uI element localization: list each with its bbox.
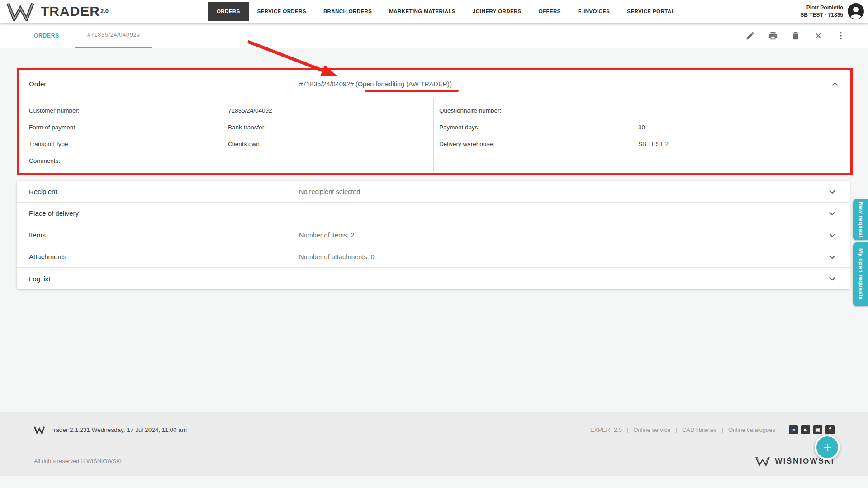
footer-link-online-catalogues[interactable]: Online catalogues xyxy=(717,426,775,433)
linkedin-icon[interactable]: in xyxy=(789,425,798,434)
tab-orders-list[interactable]: ORDERS xyxy=(18,23,75,48)
tab-order-71835-24-04092[interactable]: #71835/24/04092# xyxy=(75,23,152,48)
user-menu[interactable]: Piotr Pomietło SB TEST - 71835 xyxy=(800,0,864,23)
order-sections-accordion: Recipient No recipient selected Place of… xyxy=(17,181,850,289)
delete-button[interactable] xyxy=(790,30,801,41)
footer-link-expert[interactable]: EXPERT2.0 xyxy=(590,426,622,433)
order-fields: Customer number: 71835/24/04092 Form of … xyxy=(19,98,850,172)
more-button[interactable] xyxy=(835,30,846,41)
user-account: SB TEST - 71835 xyxy=(800,11,843,19)
app-header: TRADER2.0 ORDERS SERVICE ORDERS BRANCH O… xyxy=(0,0,868,23)
field-questionnaire-number: Questionnaire number: xyxy=(439,102,850,119)
nav-item-service-orders[interactable]: SERVICE ORDERS xyxy=(249,2,315,21)
field-label: Form of payment: xyxy=(29,124,228,131)
footer-link-online-service[interactable]: Online service xyxy=(622,426,671,433)
printer-icon xyxy=(768,31,778,41)
field-value: Bank transfer xyxy=(228,124,433,131)
section-place-of-delivery[interactable]: Place of delivery xyxy=(17,203,850,224)
wisniowski-logo-icon xyxy=(6,2,34,21)
wisniowski-mini-logo-icon xyxy=(34,426,45,434)
nav-item-marketing-materials[interactable]: MARKETING MATERIALS xyxy=(380,2,464,21)
facebook-icon[interactable]: f xyxy=(825,425,835,434)
print-button[interactable] xyxy=(768,30,778,41)
section-attachments[interactable]: Attachments Number of attachments: 0 xyxy=(17,246,850,268)
instagram-icon[interactable]: ▣ xyxy=(813,425,822,434)
field-delivery-warehouse: Delivery warehouse: SB TEST 2 xyxy=(439,136,850,152)
brand-logo[interactable]: TRADER2.0 xyxy=(6,1,109,22)
footer-social-icons: in ▶ ▣ f xyxy=(789,425,835,434)
chevron-down-icon xyxy=(827,208,838,219)
close-button[interactable] xyxy=(813,30,824,41)
document-tabs: ORDERS #71835/24/04092# xyxy=(18,23,152,48)
chevron-down-icon xyxy=(827,251,838,262)
section-subtitle: Number of items: 2 xyxy=(299,232,827,239)
edit-button[interactable] xyxy=(745,30,756,41)
chevron-up-icon xyxy=(830,79,840,90)
section-recipient[interactable]: Recipient No recipient selected xyxy=(17,181,850,203)
footer-top-row: Trader 2.1.231 Wednesday, 17 Jul 2024, 1… xyxy=(34,412,835,447)
section-title: Attachments xyxy=(29,253,299,261)
nav-item-orders[interactable]: ORDERS xyxy=(208,2,249,21)
copyright-text: All rights reserved © WIŚNIOWSKI xyxy=(34,458,122,464)
add-button[interactable] xyxy=(815,435,840,460)
close-icon xyxy=(813,31,823,41)
field-value: 71835/24/04092 xyxy=(228,107,433,114)
side-tab-my-open-requests[interactable]: My open requests xyxy=(853,242,868,306)
youtube-icon[interactable]: ▶ xyxy=(801,425,810,434)
field-customer-number: Customer number: 71835/24/04092 xyxy=(29,102,433,119)
app-title-version: 2.0 xyxy=(100,8,109,14)
order-fields-left: Customer number: 71835/24/04092 Form of … xyxy=(19,98,434,172)
nav-item-branch-orders[interactable]: BRANCH ORDERS xyxy=(315,2,380,21)
field-label: Comments: xyxy=(29,157,228,164)
field-value: SB TEST 2 xyxy=(638,141,850,147)
field-label: Transport type: xyxy=(29,141,228,147)
order-panel-title: Order xyxy=(29,80,299,88)
app-title-text: TRADER xyxy=(41,4,100,19)
trash-icon xyxy=(791,31,801,41)
section-title: Place of delivery xyxy=(29,209,299,217)
section-title: Items xyxy=(29,231,299,239)
footer-version: Trader 2.1.231 Wednesday, 17 Jul 2024, 1… xyxy=(34,426,187,434)
side-tab-new-request[interactable]: New request xyxy=(853,199,868,240)
field-value: Clients own xyxy=(228,141,433,147)
order-panel-header[interactable]: Order #71835/24/04092# (Open for editing… xyxy=(19,70,850,98)
chevron-down-icon xyxy=(827,230,838,241)
footer-links: EXPERT2.0 Online service CAD libraries O… xyxy=(590,426,775,433)
field-value: 30 xyxy=(638,124,850,131)
app-title: TRADER2.0 xyxy=(41,4,109,19)
chevron-down-icon xyxy=(827,273,838,284)
footer-link-cad-libraries[interactable]: CAD libraries xyxy=(671,426,717,433)
chevron-down-icon xyxy=(827,186,838,197)
user-name: Piotr Pomietło xyxy=(800,4,843,11)
tab-bar: ORDERS #71835/24/04092# xyxy=(0,23,868,48)
page-footer: Trader 2.1.231 Wednesday, 17 Jul 2024, 1… xyxy=(0,412,868,476)
avatar-icon xyxy=(847,3,864,20)
user-info: Piotr Pomietło SB TEST - 71835 xyxy=(800,4,843,19)
order-toolbar xyxy=(745,23,846,48)
pencil-icon xyxy=(745,31,755,41)
nav-item-joinery-orders[interactable]: JOINERY ORDERS xyxy=(464,2,530,21)
section-subtitle: No recipient selected xyxy=(299,188,827,195)
section-log-list[interactable]: Log list xyxy=(17,268,850,289)
order-fields-right: Questionnaire number: Payment days: 30 D… xyxy=(434,98,850,172)
more-vert-icon xyxy=(836,31,846,41)
main-nav: ORDERS SERVICE ORDERS BRANCH ORDERS MARK… xyxy=(208,0,683,23)
nav-item-service-portal[interactable]: SERVICE PORTAL xyxy=(618,2,683,21)
order-status-text: #71835/24/04092# (Open for editing (AW T… xyxy=(299,81,830,88)
section-subtitle: Number of attachments: 0 xyxy=(299,253,827,261)
trader-app: TRADER2.0 ORDERS SERVICE ORDERS BRANCH O… xyxy=(0,0,868,488)
footer-links-area: EXPERT2.0 Online service CAD libraries O… xyxy=(590,425,835,434)
nav-item-offers[interactable]: OFFERS xyxy=(530,2,569,21)
field-payment-days: Payment days: 30 xyxy=(439,119,850,136)
field-label: Delivery warehouse: xyxy=(439,141,638,147)
footer-version-text: Trader 2.1.231 Wednesday, 17 Jul 2024, 1… xyxy=(50,426,187,433)
plus-icon xyxy=(822,442,833,453)
wisniowski-brand-icon xyxy=(755,456,770,466)
nav-item-e-invoices[interactable]: E-INVOICES xyxy=(569,2,618,21)
footer-bottom-row: All rights reserved © WIŚNIOWSKI WIŚNIOW… xyxy=(34,447,835,475)
field-label: Payment days: xyxy=(439,124,638,131)
field-label: Customer number: xyxy=(29,107,228,114)
order-panel-annotation-box: Order #71835/24/04092# (Open for editing… xyxy=(17,68,853,175)
section-items[interactable]: Items Number of items: 2 xyxy=(17,224,850,246)
field-transport-type: Transport type: Clients own xyxy=(29,136,433,152)
